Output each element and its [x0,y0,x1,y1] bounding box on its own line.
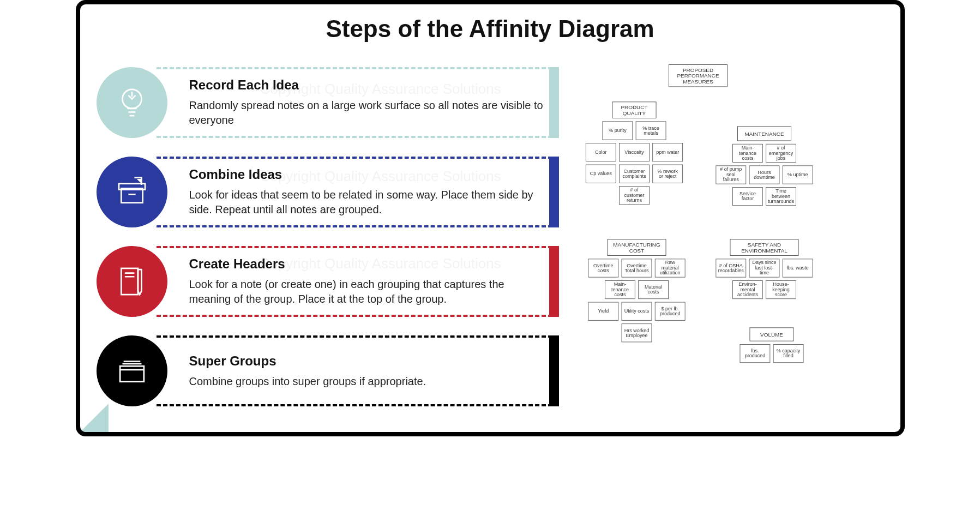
example-cell: # of emergency jobs [766,144,796,163]
example-cell: % uptime [783,165,813,184]
notebook-icon [97,246,167,317]
example-cell: # of OSHA recordables [716,259,746,277]
example-cell: Service factor [732,187,763,206]
group-header: SAFETY AND ENVIRONMENTAL [730,239,798,256]
example-cell: Main-tenance costs [605,280,635,299]
step-desc: Randomly spread notes on a large work su… [189,98,546,128]
example-cell: % rework or reject [652,165,683,183]
example-cell: Color [586,143,616,161]
example-cell: Viscosity [619,143,650,161]
example-cell: Utility costs [622,302,652,321]
example-cell: Overtime costs [588,259,618,277]
step-title: Record Each Idea [189,77,546,93]
step-combine-ideas: Combine Ideas Look for ideas that seem t… [97,154,559,230]
example-diagram: PROPOSED PERFORMANCE MEASURES PRODUCT QU… [575,64,884,409]
svg-rect-4 [120,366,144,381]
step-box: Record Each Idea Randomly spread notes o… [157,67,559,138]
corner-accent [76,404,109,436]
example-cell: # of pump seal failures [716,165,746,184]
content-row: Record Each Idea Randomly spread notes o… [97,64,884,409]
example-cell: Cp values [586,165,616,183]
example-cell: Environ-mental accidents [732,280,763,299]
step-box: Combine Ideas Look for ideas that seem t… [157,157,559,227]
step-desc: Look for ideas that seem to be related i… [189,188,546,217]
example-cell: Time between turnarounds [766,187,796,206]
step-title: Super Groups [189,353,546,369]
example-cell: lbs. waste [783,259,813,277]
example-cell: ppm water [652,143,683,161]
slide-frame: Steps of the Affinity Diagram Record Eac… [76,0,905,436]
step-super-groups: Super Groups Combine groups into super g… [97,333,559,409]
example-cell: Customer complaints [619,165,650,183]
group-header: MANUFACTURING COST [607,239,666,256]
example-cell: Hrs worked Employee [622,323,652,342]
group-header: PRODUCT QUALITY [612,101,656,118]
lightbulb-icon [97,67,167,138]
example-cell: Yield [588,302,618,321]
example-cell: % trace metals [636,121,666,140]
step-box: Create Headers Look for a note (or creat… [157,246,559,317]
steps-list: Record Each Idea Randomly spread notes o… [97,64,559,409]
example-cell: Main-tenance costs [732,144,763,163]
group-header: VOLUME [749,327,793,341]
example-cell: # of customer returns [619,186,650,205]
step-desc: Combine groups into super groups if appr… [189,374,546,389]
step-desc: Look for a note (or create one) in each … [189,277,546,307]
svg-rect-1 [121,188,142,202]
step-create-headers: Create Headers Look for a note (or creat… [97,243,559,320]
step-box: Super Groups Combine groups into super g… [157,335,559,406]
example-cell: Days since last lost-time [749,259,780,277]
page-title: Steps of the Affinity Diagram [97,15,884,43]
example-root: PROPOSED PERFORMANCE MEASURES [669,64,728,87]
example-cell: Hours downtime [749,165,780,184]
example-cell: House-keeping score [766,280,796,299]
step-title: Create Headers [189,256,546,272]
example-cell: $ per lb. produced [655,302,686,321]
example-cell: lbs. produced [739,344,770,363]
example-cell: Overtime Total hours [622,259,652,277]
example-cell: Material costs [638,280,669,299]
step-title: Combine Ideas [189,167,546,182]
archive-box-icon [97,157,167,227]
group-header: MAINTENANCE [737,126,791,141]
example-cell: % capacity filled [773,344,804,363]
step-record-each-idea: Record Each Idea Randomly spread notes o… [97,64,559,141]
example-cell: Raw material utilization [655,259,686,277]
svg-rect-3 [121,268,138,295]
example-cell: % purity [602,121,633,140]
folder-stack-icon [97,335,167,406]
